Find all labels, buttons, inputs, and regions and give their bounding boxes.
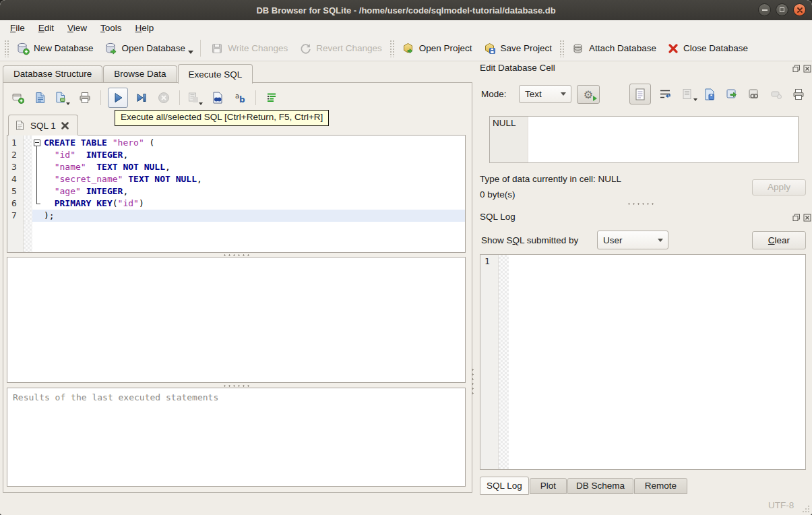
window-controls (758, 3, 806, 16)
tab-browse-data[interactable]: Browse Data (103, 65, 177, 82)
toolbar-drag-handle[interactable] (389, 40, 394, 57)
sql-code-editor[interactable]: 1CREATE TABLE "hero" (2 "id" INTEGER,3 "… (7, 135, 466, 253)
line-number: 5 (7, 185, 24, 198)
editor-line[interactable]: 7); (7, 210, 465, 222)
log-line-number-gutter: 1 (480, 255, 499, 469)
results-pane[interactable]: Results of the last executed statements (7, 388, 466, 487)
float-panel-icon[interactable] (792, 214, 801, 222)
new-sql-tab-button[interactable] (9, 89, 27, 107)
cell-value-editor[interactable]: NULL (489, 116, 799, 163)
dock-tab-remote[interactable]: Remote (634, 478, 687, 494)
editor-line[interactable]: 2 "id" INTEGER, (7, 149, 465, 161)
float-panel-icon[interactable] (792, 65, 801, 73)
word-wrap-button[interactable] (657, 85, 673, 104)
panel-splitter-handle[interactable] (627, 202, 655, 206)
maximize-button[interactable] (776, 3, 788, 16)
revert-changes-label: Revert Changes (316, 43, 382, 53)
revert-changes-button[interactable]: Revert Changes (293, 39, 387, 58)
save-results-button[interactable] (187, 89, 204, 107)
cell-type-info: Type of data currently in cell: NULL (480, 174, 621, 184)
text-mode-button[interactable] (629, 84, 651, 104)
open-in-external-button[interactable] (724, 85, 740, 104)
tab-database-structure[interactable]: Database Structure (3, 65, 102, 82)
editor-line[interactable]: 5 "age" INTEGER, (7, 185, 465, 198)
cell-editor-text-area[interactable] (528, 117, 798, 162)
print-cell-button[interactable] (790, 85, 807, 104)
import-dropdown-icon (693, 98, 697, 101)
svg-text:b: b (239, 95, 245, 104)
link-icon (747, 88, 761, 101)
save-project-button[interactable]: Save Project (478, 39, 558, 58)
show-sql-filter-label: Show SQL submitted by (481, 235, 578, 245)
sql-log-filter-select[interactable]: User (597, 231, 668, 249)
apply-button[interactable]: Apply (752, 179, 806, 195)
toolbar-drag-handle[interactable] (4, 40, 9, 57)
open-sql-file-button[interactable] (32, 89, 49, 107)
menu-edit[interactable]: Edit (32, 22, 61, 34)
execute-sql-button[interactable] (108, 88, 128, 108)
filter-label-post: L submitted by (520, 235, 578, 245)
toolbar-separator (200, 40, 201, 57)
editor-line[interactable]: 4 "secret_name" TEXT NOT NULL, (7, 173, 465, 185)
code-line: PRIMARY KEY("id") (42, 198, 465, 210)
titlebar[interactable]: DB Browser for SQLite - /home/user/code/… (0, 0, 812, 21)
fold-margin-cell (24, 173, 32, 185)
toolbar-drag-handle[interactable] (559, 40, 564, 57)
clear-log-button[interactable]: Clear (752, 231, 806, 249)
execute-current-line-button[interactable] (133, 89, 150, 107)
main-splitter-handle[interactable] (471, 367, 474, 397)
save-project-icon (483, 42, 497, 55)
close-button[interactable] (793, 3, 806, 16)
attach-database-button[interactable]: Attach Database (566, 39, 662, 58)
sql-log-output[interactable]: 1 (480, 254, 806, 470)
tooltip: Execute all/selected SQL [Ctrl+Return, F… (115, 110, 329, 126)
fold-collapse-icon[interactable] (34, 140, 40, 146)
tab-execute-sql[interactable]: Execute SQL (178, 64, 253, 84)
format-sql-button[interactable] (263, 89, 280, 107)
dock-tab-plot[interactable]: Plot (530, 478, 567, 494)
auto-complete-button[interactable]: a b (231, 89, 249, 107)
new-database-button[interactable]: New Database (11, 39, 99, 58)
open-database-dropdown-icon[interactable] (188, 51, 193, 54)
menu-help[interactable]: Help (129, 22, 161, 34)
resize-grip-icon[interactable] (801, 504, 810, 513)
save-results-icon (187, 91, 200, 104)
mode-select[interactable]: Text (519, 85, 571, 103)
editor-line[interactable]: 3 "name" TEXT NOT NULL, (7, 161, 465, 173)
open-database-icon (104, 42, 118, 55)
open-project-button[interactable]: Open Project (396, 39, 478, 58)
code-line: "secret_name" TEXT NOT NULL, (42, 173, 465, 185)
copy-link-button[interactable] (746, 85, 762, 104)
code-line: ); (42, 210, 465, 222)
editor-line[interactable]: 1CREATE TABLE "hero" ( (7, 137, 465, 149)
open-sql-file-current-tab-button[interactable] (54, 89, 71, 107)
import-cell-data-button[interactable] (679, 85, 695, 104)
sql-editor-tab[interactable]: SQL 1 (8, 115, 78, 135)
close-panel-icon[interactable] (803, 214, 811, 222)
minimize-button[interactable] (758, 3, 771, 16)
fold-column[interactable] (32, 137, 42, 149)
find-button[interactable] (209, 89, 226, 107)
menu-tools[interactable]: Tools (94, 22, 129, 34)
close-panel-icon[interactable] (803, 65, 811, 73)
close-tab-icon[interactable] (61, 122, 69, 129)
attach-database-icon (571, 42, 585, 55)
sql-toolbar-separator (255, 90, 256, 105)
menu-view[interactable]: View (61, 22, 94, 34)
export-cell-data-button[interactable] (701, 85, 718, 104)
stop-execution-button[interactable] (155, 89, 173, 107)
edit-pane-placeholder[interactable] (7, 257, 466, 383)
open-database-button[interactable]: Open Database (99, 39, 191, 58)
editor-line[interactable]: 6 PRIMARY KEY("id") (7, 198, 465, 210)
write-changes-button[interactable]: Write Changes (205, 39, 293, 58)
dock-tab-db-schema[interactable]: DB Schema (567, 478, 633, 494)
dock-tab-sql-log[interactable]: SQL Log (480, 477, 529, 495)
log-text-area (509, 255, 805, 469)
set-null-button[interactable] (768, 85, 784, 104)
cell-settings-button[interactable]: ⚙ (577, 85, 600, 104)
menu-file[interactable]: File (3, 22, 32, 34)
print-icon (792, 88, 805, 101)
close-database-button[interactable]: Close Database (662, 40, 753, 57)
fold-margin-cell (24, 161, 32, 173)
print-sql-button[interactable] (76, 89, 94, 107)
